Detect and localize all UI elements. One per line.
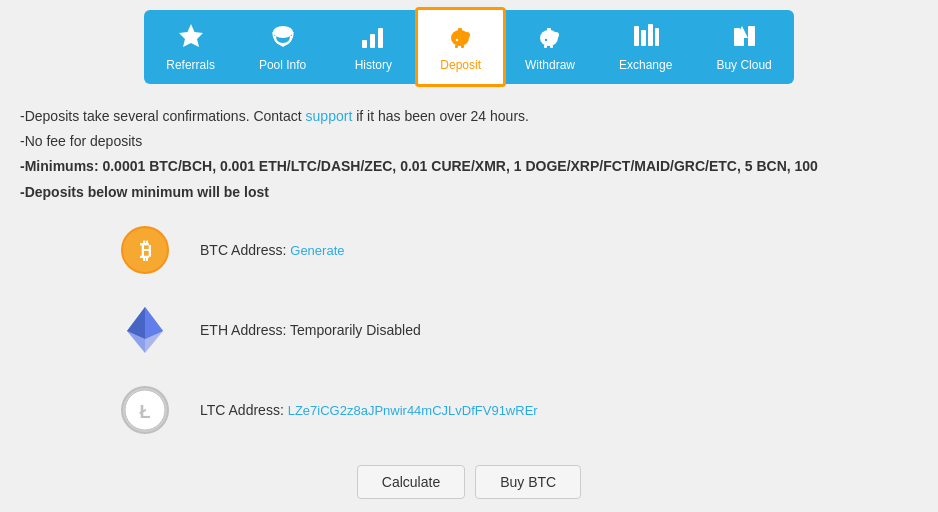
- history-icon: [359, 22, 387, 54]
- withdraw-label: Withdraw: [525, 58, 575, 72]
- svg-rect-18: [641, 30, 646, 46]
- exchange-label: Exchange: [619, 58, 672, 72]
- svg-rect-17: [634, 26, 639, 46]
- ltc-address-text: LTC Address: LZe7iCG2z8aJPnwir44mCJLvDfF…: [200, 402, 538, 418]
- nav-item-deposit[interactable]: Deposit: [415, 7, 506, 87]
- btc-icon: ₿: [120, 225, 170, 275]
- btc-row: ₿ BTC Address: Generate: [20, 225, 918, 275]
- support-link[interactable]: support: [306, 108, 353, 124]
- ltc-icon: Ł: [120, 385, 170, 435]
- eth-label: ETH Address: Temporarily Disabled: [200, 322, 421, 338]
- nav-item-exchange[interactable]: Exchange: [597, 10, 694, 84]
- content-area: -Deposits take several confirmations. Co…: [0, 104, 938, 499]
- svg-text:Ł: Ł: [140, 402, 151, 422]
- svg-rect-10: [461, 45, 464, 48]
- page-wrapper: Referrals Pool Info: [0, 0, 938, 512]
- nav-item-buy-cloud[interactable]: Buy Cloud: [694, 10, 793, 84]
- svg-rect-3: [370, 34, 375, 48]
- svg-point-6: [464, 32, 470, 38]
- ltc-address-link[interactable]: LZe7iCG2z8aJPnwir44mCJLvDfFV91wREr: [288, 403, 538, 418]
- nav-bar: Referrals Pool Info: [0, 10, 938, 84]
- svg-rect-13: [547, 28, 551, 32]
- history-label: History: [355, 58, 392, 72]
- svg-point-14: [545, 39, 547, 41]
- nav-item-history[interactable]: History: [328, 10, 418, 84]
- svg-point-8: [455, 39, 457, 41]
- svg-rect-20: [655, 28, 659, 46]
- nav-item-referrals[interactable]: Referrals: [144, 10, 237, 84]
- info-block: -Deposits take several confirmations. Co…: [20, 104, 918, 205]
- info-line-3: -Minimums: 0.0001 BTC/BCH, 0.001 ETH/LTC…: [20, 154, 918, 179]
- svg-rect-9: [455, 45, 458, 48]
- svg-text:₿: ₿: [140, 238, 151, 263]
- btc-address-text: BTC Address: Generate: [200, 242, 344, 258]
- calculate-button[interactable]: Calculate: [357, 465, 465, 499]
- info-line1-suffix: if it has been over 24 hours.: [352, 108, 529, 124]
- btc-label: BTC Address:: [200, 242, 290, 258]
- withdraw-icon: [536, 22, 564, 54]
- nav-item-withdraw[interactable]: Withdraw: [503, 10, 597, 84]
- buy-cloud-icon: [730, 22, 758, 54]
- ltc-row: Ł LTC Address: LZe7iCG2z8aJPnwir44mCJLvD…: [20, 385, 918, 435]
- pool-info-icon: [269, 22, 297, 54]
- btc-generate-link[interactable]: Generate: [290, 243, 344, 258]
- buy-btc-button[interactable]: Buy BTC: [475, 465, 581, 499]
- pool-info-label: Pool Info: [259, 58, 306, 72]
- svg-marker-0: [179, 24, 203, 47]
- buy-cloud-label: Buy Cloud: [716, 58, 771, 72]
- eth-address-text: ETH Address: Temporarily Disabled: [200, 322, 421, 338]
- info-line1-prefix: -Deposits take several confirmations. Co…: [20, 108, 306, 124]
- exchange-icon: [632, 22, 660, 54]
- svg-rect-16: [550, 45, 553, 48]
- svg-rect-4: [378, 28, 383, 48]
- info-line-2: -No fee for deposits: [20, 129, 918, 154]
- deposit-icon: [447, 22, 475, 54]
- nav-container: Referrals Pool Info: [144, 10, 794, 84]
- svg-rect-19: [648, 24, 653, 46]
- svg-point-12: [553, 32, 559, 38]
- svg-rect-7: [458, 28, 462, 32]
- info-line-4: -Deposits below minimum will be lost: [20, 180, 918, 205]
- nav-item-pool-info[interactable]: Pool Info: [237, 10, 328, 84]
- referrals-label: Referrals: [166, 58, 215, 72]
- referrals-icon: [177, 22, 205, 54]
- coin-list: ₿ BTC Address: Generate: [20, 225, 918, 435]
- svg-rect-24: [748, 30, 755, 46]
- svg-rect-15: [544, 45, 547, 48]
- action-buttons: Calculate Buy BTC: [20, 465, 918, 499]
- ltc-label: LTC Address:: [200, 402, 288, 418]
- svg-rect-25: [748, 26, 755, 31]
- svg-rect-2: [362, 40, 367, 48]
- info-line-1: -Deposits take several confirmations. Co…: [20, 104, 918, 129]
- eth-row: ETH Address: Temporarily Disabled: [20, 305, 918, 355]
- eth-icon: [120, 305, 170, 355]
- deposit-label: Deposit: [440, 58, 481, 72]
